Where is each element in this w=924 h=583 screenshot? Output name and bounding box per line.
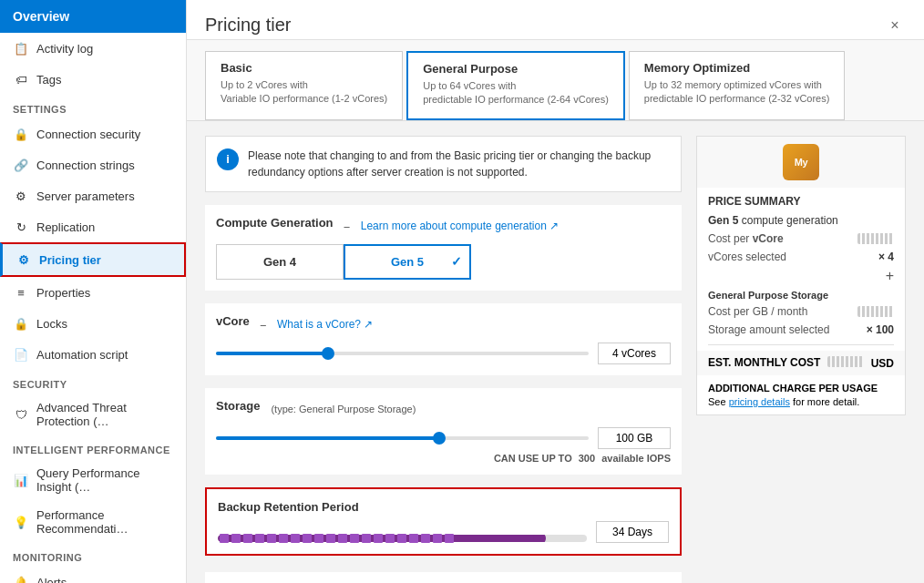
- cost-per-vcore-value-icon: [857, 233, 894, 244]
- sidebar-item-label: Activity log: [36, 42, 93, 56]
- sidebar-item-label: Pricing tier: [39, 253, 101, 267]
- storage-title: Storage: [216, 399, 260, 413]
- cost-per-gb-row: Cost per GB / month: [697, 302, 905, 321]
- pricing-details-link[interactable]: pricing details: [729, 396, 790, 407]
- sidebar-item-replication[interactable]: ↻ Replication: [0, 211, 186, 242]
- sidebar-item-label: Replication: [36, 220, 95, 234]
- vcores-selected-row: vCores selected × 4: [697, 248, 905, 266]
- sidebar-item-advanced-threat[interactable]: 🛡 Advanced Threat Protection (…: [0, 394, 186, 435]
- server-parameters-icon: ⚙: [13, 188, 29, 204]
- backup-value: 34 Days: [596, 521, 669, 543]
- sidebar-item-label: Tags: [36, 73, 61, 87]
- sidebar-item-label: Alerts: [36, 576, 67, 584]
- sidebar-item-alerts[interactable]: 🔔 Alerts: [0, 567, 186, 583]
- page-header: Pricing tier ×: [187, 0, 924, 40]
- properties-icon: ≡: [13, 284, 29, 301]
- sidebar-item-label: Server parameters: [36, 189, 135, 203]
- monitoring-section-header: Monitoring: [0, 543, 186, 567]
- cost-per-gb-label: Cost per GB / month: [708, 305, 807, 318]
- tier-tab-general-purpose[interactable]: General Purpose Up to 64 vCores withpred…: [406, 51, 625, 120]
- tags-icon: 🏷: [13, 71, 29, 87]
- sidebar-item-label: Properties: [36, 286, 90, 300]
- storage-header: Storage (type: General Purpose Storage): [216, 399, 671, 420]
- vcore-slider-thumb[interactable]: [322, 347, 334, 360]
- sidebar-item-label: Connection security: [36, 128, 140, 141]
- vcore-header: vCore – What is a vCore? ↗: [216, 314, 671, 335]
- compute-generation-title: Compute Generation: [216, 216, 334, 230]
- cost-per-vcore-row: Cost per vCore: [697, 230, 905, 248]
- price-summary-title: PRICE SUMMARY: [697, 188, 905, 211]
- sidebar-item-label: Connection strings: [36, 159, 135, 172]
- gen-buttons: Gen 4 Gen 5: [216, 244, 671, 280]
- sidebar-item-query-performance[interactable]: 📊 Query Performance Insight (…: [0, 459, 186, 501]
- pricing-tier-icon: ⚙: [15, 251, 32, 268]
- sidebar-item-performance-rec[interactable]: 💡 Performance Recommendati…: [0, 501, 186, 543]
- sidebar-item-properties[interactable]: ≡ Properties: [0, 277, 186, 308]
- backup-slider-container[interactable]: [218, 526, 587, 538]
- additional-charge-title: ADDITIONAL CHARGE PER USAGE: [708, 383, 894, 394]
- tier-tab-gp-desc: Up to 64 vCores withpredictable IO perfo…: [423, 79, 609, 107]
- vcore-title: vCore: [216, 314, 250, 328]
- replication-icon: ↻: [13, 219, 29, 235]
- sidebar-item-label: Automation script: [36, 348, 128, 362]
- content-left: i Please note that changing to and from …: [205, 136, 682, 568]
- iops-unit: available IOPS: [601, 453, 671, 464]
- sidebar-item-tags[interactable]: 🏷 Tags: [0, 64, 186, 95]
- est-monthly-icon: [827, 356, 864, 367]
- query-performance-icon: 📊: [13, 472, 29, 488]
- gen4-button[interactable]: Gen 4: [216, 244, 344, 280]
- storage-slider-row: 100 GB: [216, 427, 671, 449]
- info-icon: i: [217, 148, 239, 170]
- backup-retention-section: Backup Retention Period: [205, 487, 682, 556]
- compute-generation-section: Compute Generation – Learn more about co…: [205, 205, 682, 291]
- gen5-compute-label: Gen 5 compute generation: [708, 214, 838, 227]
- sidebar-item-activity-log[interactable]: 📋 Activity log: [0, 33, 186, 64]
- page-title: Pricing tier: [205, 15, 291, 36]
- tier-tab-basic[interactable]: Basic Up to 2 vCores withVariable IO per…: [205, 51, 403, 120]
- info-box: i Please note that changing to and from …: [205, 136, 682, 192]
- storage-slider-thumb[interactable]: [433, 432, 446, 445]
- cost-per-vcore-label: Cost per vCore: [708, 232, 784, 245]
- settings-section-header: Settings: [0, 95, 186, 118]
- intelligent-section-header: Intelligent Performance: [0, 435, 186, 459]
- main-content: Pricing tier × Basic Up to 2 vCores with…: [187, 0, 924, 583]
- sidebar-item-connection-security[interactable]: 🔒 Connection security: [0, 118, 186, 149]
- sidebar-item-pricing-tier[interactable]: ⚙ Pricing tier: [0, 242, 186, 277]
- iops-label: CAN USE UP TO: [494, 453, 572, 464]
- sidebar-item-automation-script[interactable]: 📄 Automation script: [0, 339, 186, 370]
- tier-tab-basic-name: Basic: [221, 61, 387, 75]
- redundancy-section: Backup Redundancy Options – Learn more d…: [205, 572, 682, 583]
- tier-tab-memory-optimized[interactable]: Memory Optimized Up to 32 memory optimiz…: [629, 51, 846, 120]
- est-monthly-cost: EST. MONTHLY COST USD: [697, 351, 905, 375]
- additional-charge-text: See pricing details for more detail.: [708, 396, 894, 407]
- sidebar-item-label: Advanced Threat Protection (…: [36, 401, 173, 428]
- est-monthly-value: USD: [827, 356, 894, 370]
- storage-amount-label: Storage amount selected: [708, 323, 829, 336]
- tier-tabs: Basic Up to 2 vCores withVariable IO per…: [187, 40, 924, 121]
- tier-tab-gp-name: General Purpose: [423, 62, 609, 76]
- est-monthly-label: EST. MONTHLY COST: [708, 356, 820, 369]
- info-text: Please note that changing to and from th…: [248, 148, 670, 180]
- vcores-selected-label: vCores selected: [708, 251, 786, 263]
- iops-value: 300: [579, 453, 595, 464]
- sidebar-item-connection-strings[interactable]: 🔗 Connection strings: [0, 149, 186, 180]
- compute-generation-link[interactable]: Learn more about compute generation ↗: [361, 220, 559, 232]
- locks-icon: 🔒: [13, 315, 29, 332]
- vcore-value: 4 vCores: [598, 343, 671, 364]
- sidebar-item-server-parameters[interactable]: ⚙ Server parameters: [0, 180, 186, 211]
- vcore-slider-track[interactable]: [216, 352, 589, 355]
- compute-generation-header: Compute Generation – Learn more about co…: [216, 216, 671, 237]
- content-body: i Please note that changing to and from …: [187, 121, 924, 583]
- storage-section: Storage (type: General Purpose Storage) …: [205, 388, 682, 475]
- vcores-selected-value: × 4: [878, 251, 894, 263]
- connection-security-icon: 🔒: [13, 126, 29, 142]
- close-button[interactable]: ×: [884, 15, 906, 36]
- gen5-button[interactable]: Gen 5: [344, 244, 471, 280]
- alerts-icon: 🔔: [13, 574, 29, 583]
- storage-slider-track[interactable]: [216, 436, 589, 440]
- vcore-link[interactable]: What is a vCore? ↗: [277, 318, 373, 331]
- price-summary-header: My: [697, 137, 905, 188]
- sidebar-overview[interactable]: Overview: [0, 0, 186, 33]
- sidebar-item-locks[interactable]: 🔒 Locks: [0, 308, 186, 339]
- storage-slider-fill: [216, 436, 439, 440]
